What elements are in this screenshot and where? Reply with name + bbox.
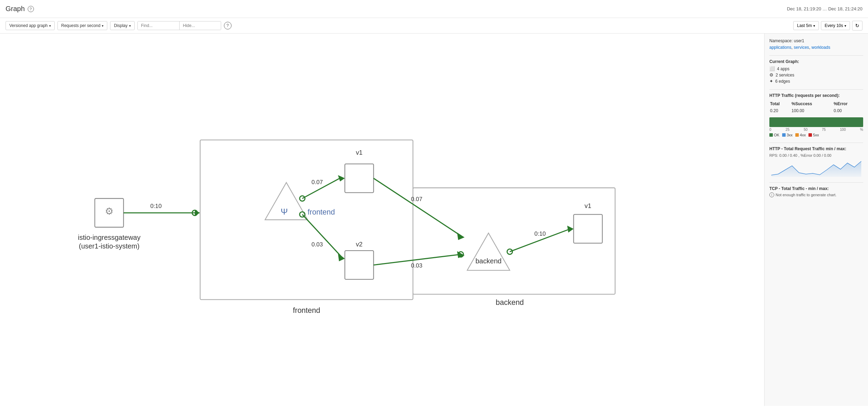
metric-label: Requests per second [61, 23, 100, 28]
namespace-links: applications, services, workloads [769, 45, 863, 50]
http-title: HTTP Traffic (requests per second): [769, 93, 863, 98]
5xx-label: 5xx [813, 133, 819, 137]
stat-services-value: 2 services [776, 73, 794, 78]
4xx-label: 4xx [800, 133, 806, 137]
hide-input[interactable] [179, 21, 221, 30]
frontend-psi-icon: Ψ [281, 207, 288, 216]
ok-label: OK [774, 133, 779, 137]
refresh-interval-dropdown[interactable]: Every 10s ▾ [821, 21, 850, 30]
tcp-title: TCP - Total Traffic - min / max: [769, 186, 863, 191]
time-range-label: Last 5m [797, 23, 812, 28]
legend-4xx: 4xx [795, 133, 806, 137]
hide-chevron-icon: » [764, 219, 765, 221]
sparkline [769, 160, 863, 177]
http-table: Total %Success %Error 0.20 100.00 0.00 [769, 100, 863, 115]
tcp-info-icon: i [769, 192, 774, 197]
bar-legend: OK 3xx 4xx 5xx [769, 133, 863, 137]
istio-sublabel: (user1-istio-system) [79, 242, 139, 250]
graph-canvas[interactable]: ⚙ istio-ingressgateway (user1-istio-syst… [0, 34, 764, 406]
toolbar-right: Last 5m ▾ Every 10s ▾ ↻ [793, 21, 862, 30]
graph-svg: ⚙ istio-ingressgateway (user1-istio-syst… [0, 34, 764, 406]
header-datetime: Dec 18, 21:19:20 … Dec 18, 21:24:20 [787, 6, 862, 11]
v1-backend-label: v1 [585, 202, 591, 209]
svg-rect-17 [573, 215, 602, 243]
graph-type-chevron: ▾ [49, 24, 51, 28]
frontend-app-label: frontend [308, 208, 335, 216]
edge-label-010-1: 0:10 [150, 203, 162, 209]
stat-services: ⚙ 2 services [769, 72, 863, 78]
metric-dropdown[interactable]: Requests per second ▾ [57, 21, 107, 30]
http-minmax-rps: RPS: 0.00 / 0.40 , %Error 0.00 / 0.00 [769, 153, 863, 157]
hide-panel-button[interactable]: Hide » [764, 209, 765, 230]
stat-edges-value: 6 edges [775, 79, 790, 84]
header-help-icon[interactable]: ? [28, 6, 34, 12]
display-dropdown[interactable]: Display ▾ [110, 21, 134, 30]
refresh-interval-label: Every 10s [825, 23, 843, 28]
bar-axis: 0 25 50 75 100 % [769, 128, 863, 132]
find-input[interactable] [138, 21, 179, 30]
current-graph-section: Current Graph: ⬜ 4 apps ⚙ 2 services ✦ 6… [769, 59, 863, 84]
val-success: 100.00 [792, 108, 833, 114]
main-area: ⚙ istio-ingressgateway (user1-istio-syst… [0, 34, 868, 406]
col-success: %Success [792, 101, 833, 107]
edge-003-v2-backend: 0.03 [411, 262, 422, 269]
graph-type-label: Versioned app graph [9, 23, 48, 28]
apps-icon: ⬜ [769, 66, 775, 71]
3xx-label: 3xx [787, 133, 793, 137]
val-total: 0.20 [770, 108, 791, 114]
frontend-box-label: frontend [293, 306, 320, 315]
sparkline-svg [769, 160, 863, 177]
v1-frontend-label: v1 [356, 149, 362, 156]
http-minmax-title: HTTP - Total Request Traffic min / max: [769, 146, 863, 151]
page-title: Graph [6, 5, 25, 13]
display-chevron: ▾ [129, 24, 131, 28]
toolbar-help-icon[interactable]: ? [224, 22, 232, 29]
tcp-note: i Not enough traffic to generate chart. [769, 192, 863, 197]
edge-007-frontend-v1: 0.07 [311, 179, 323, 186]
namespace-section: Namespace: user1 applications, services,… [769, 38, 863, 50]
graph-type-dropdown[interactable]: Versioned app graph ▾ [6, 21, 55, 30]
3xx-dot [782, 133, 786, 137]
stat-apps-value: 4 apps [777, 66, 789, 71]
tcp-note-text: Not enough traffic to generate chart. [776, 193, 837, 197]
istio-label: istio-ingressgateway [78, 234, 141, 241]
right-panel: Hide » Namespace: user1 applications, se… [764, 34, 868, 406]
display-label: Display [114, 23, 127, 28]
ok-dot [769, 133, 773, 137]
svg-rect-7 [345, 164, 373, 193]
legend-ok: OK [769, 133, 779, 137]
header: Graph ? Dec 18, 21:19:20 … Dec 18, 21:24… [0, 0, 868, 18]
5xx-dot [808, 133, 812, 137]
refresh-interval-chevron: ▾ [844, 24, 846, 28]
applications-link[interactable]: applications [769, 45, 791, 50]
edges-icon: ✦ [769, 79, 773, 84]
tcp-section: TCP - Total Traffic - min / max: i Not e… [769, 186, 863, 197]
services-link[interactable]: services [794, 45, 809, 50]
spark-area [771, 161, 861, 177]
divider-2 [769, 89, 863, 90]
header-left: Graph ? [6, 5, 34, 13]
divider-3 [769, 143, 863, 143]
http-values-row: 0.20 100.00 0.00 [770, 108, 862, 114]
col-total: Total [770, 101, 791, 107]
backend-app-label: backend [476, 257, 502, 265]
col-error: %Error [834, 101, 862, 107]
metric-chevron: ▾ [102, 24, 103, 28]
current-graph-title: Current Graph: [769, 59, 863, 64]
stat-apps: ⬜ 4 apps [769, 66, 863, 71]
time-range-dropdown[interactable]: Last 5m ▾ [793, 21, 819, 30]
divider-1 [769, 55, 863, 56]
services-icon: ⚙ [769, 72, 774, 78]
http-traffic-section: HTTP Traffic (requests per second): Tota… [769, 93, 863, 137]
workloads-link[interactable]: workloads [812, 45, 830, 50]
divider-4 [769, 182, 863, 183]
edge-010-backend-v1: 0:10 [534, 230, 546, 237]
4xx-dot [795, 133, 799, 137]
refresh-button[interactable]: ↻ [852, 21, 862, 30]
val-error: 0.00 [834, 108, 862, 114]
stat-edges: ✦ 6 edges [769, 79, 863, 84]
toolbar: Versioned app graph ▾ Requests per secon… [0, 18, 868, 34]
bar-chart-bar [769, 117, 863, 127]
svg-rect-8 [345, 251, 373, 279]
search-hide-group [137, 21, 221, 30]
